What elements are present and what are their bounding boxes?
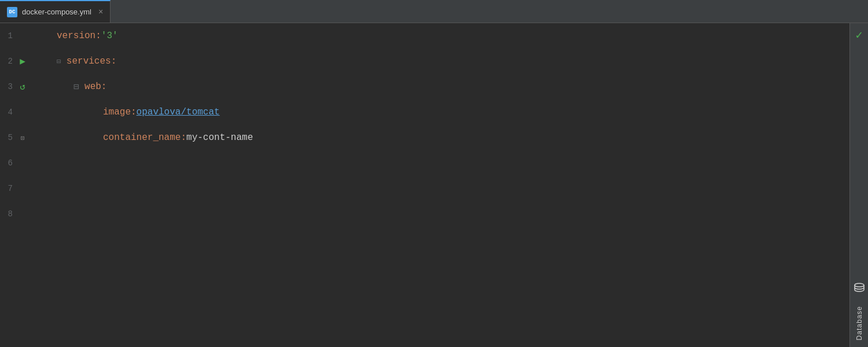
gutter-icon-4 — [16, 106, 29, 119]
gutter-row-6: 6 — [0, 150, 52, 176]
gutter-row-2: 2 ▶ — [0, 49, 52, 74]
editor-area: 1 2 ▶ 3 ↺ 4 5 ⊡ — [0, 23, 868, 347]
value-container-name: my-cont-name — [186, 132, 253, 143]
gutter-bp-icon-5[interactable]: ⊡ — [16, 131, 29, 144]
gutter-row-5: 5 ⊡ — [0, 125, 52, 150]
tab-label: docker-compose.yml — [22, 8, 91, 16]
sidebar-database[interactable]: Database — [853, 282, 866, 342]
gutter-row-7: 7 — [0, 176, 52, 201]
gutter-icon-1 — [16, 29, 29, 42]
code-line-6 — [57, 150, 849, 176]
fold-icon-3[interactable]: ⊟ — [57, 81, 79, 93]
gutter-row-3: 3 ↺ — [0, 74, 52, 99]
tab-close-button[interactable]: × — [98, 8, 103, 16]
run-icon: ▶ — [20, 56, 25, 67]
line-number-6: 6 — [0, 158, 13, 168]
fold-icon-2[interactable]: ⊟ — [57, 57, 61, 66]
gutter-icon-7 — [16, 182, 29, 195]
code-line-4: image: opavlova/tomcat — [57, 99, 849, 125]
gutter-row-8: 8 — [0, 201, 52, 227]
value-image: opavlova/tomcat — [137, 107, 220, 117]
line-number-7: 7 — [0, 184, 13, 193]
tab-bar: DC docker-compose.yml × — [0, 0, 868, 23]
gutter-row-4: 4 — [0, 99, 52, 125]
line-number-5: 5 — [0, 133, 13, 142]
value-version: '3' — [101, 31, 118, 41]
gutter-icon-8 — [16, 208, 29, 220]
tab-docker-compose[interactable]: DC docker-compose.yml × — [0, 0, 111, 23]
tab-dc-icon: DC — [7, 7, 17, 17]
check-icon: ✓ — [855, 28, 862, 42]
line-number-4: 4 — [0, 108, 13, 117]
svg-point-0 — [855, 283, 864, 287]
gutter-row-1: 1 — [0, 23, 52, 49]
line-number-3: 3 — [0, 82, 13, 91]
code-line-3: ⊟ web: — [57, 74, 849, 99]
line-gutter: 1 2 ▶ 3 ↺ 4 5 ⊡ — [0, 23, 52, 347]
code-line-8 — [57, 201, 849, 227]
breakpoint-icon: ⊡ — [21, 134, 25, 142]
key-version: version: — [57, 31, 101, 41]
code-line-1: version: '3' — [57, 23, 849, 49]
key-image: image: — [103, 107, 137, 117]
gutter-icon-6 — [16, 157, 29, 169]
code-line-5: container_name: my-cont-name — [57, 125, 849, 150]
gutter-reload-icon-3[interactable]: ↺ — [16, 80, 29, 93]
sidebar-top: ✓ — [855, 28, 862, 42]
code-line-2: ⊟ services: — [57, 49, 849, 74]
reload-icon: ↺ — [20, 81, 25, 93]
key-services: services: — [61, 56, 116, 67]
line-number-2: 2 — [0, 57, 13, 66]
database-icon — [853, 282, 866, 299]
code-editor[interactable]: version: '3' ⊟ services: ⊟ web: image: o… — [52, 23, 849, 347]
line-number-8: 8 — [0, 209, 13, 219]
line-number-1: 1 — [0, 31, 13, 40]
right-sidebar: ✓ Database — [849, 23, 868, 347]
database-label: Database — [855, 304, 863, 342]
key-web: web: — [79, 82, 106, 92]
key-container-name: container_name: — [103, 132, 186, 143]
code-line-7 — [57, 176, 849, 201]
gutter-run-icon-2[interactable]: ▶ — [16, 55, 29, 68]
